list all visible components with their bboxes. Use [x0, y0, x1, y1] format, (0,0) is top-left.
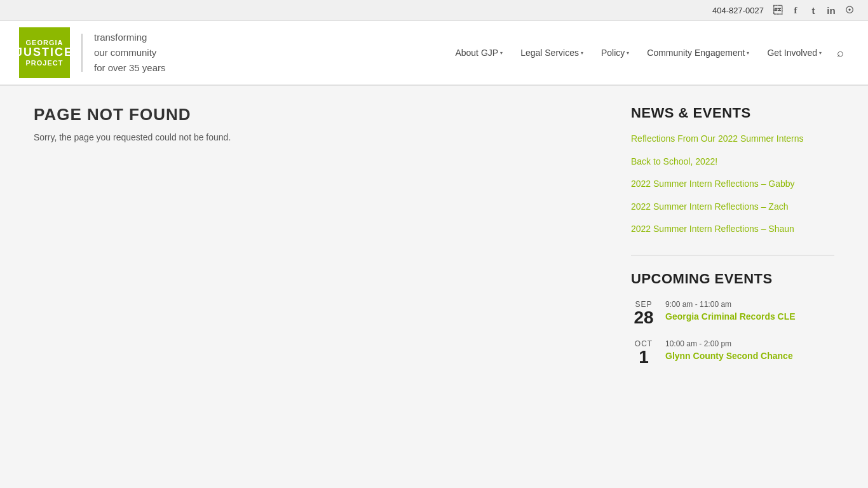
- list-item: Reflections From Our 2022 Summer Interns: [631, 133, 834, 146]
- event-time-1: 9:00 am - 11:00 am: [665, 300, 834, 309]
- sidebar: NEWS & EVENTS Reflections From Our 2022 …: [631, 105, 834, 379]
- sidebar-divider: [631, 255, 834, 255]
- event-name-1[interactable]: Georgia Criminal Records CLE: [665, 311, 796, 322]
- nav-dropdown-icon: ▾: [627, 50, 629, 56]
- social-icons:  f t in ☉: [771, 4, 855, 17]
- nav-policy[interactable]: Policy ▾: [593, 43, 637, 63]
- nav-about-gjp[interactable]: About GJP ▾: [447, 43, 510, 63]
- logo-line2: JUSTICE: [16, 46, 73, 59]
- tagline-line2: our community: [94, 47, 156, 58]
- news-link-4[interactable]: 2022 Summer Intern Reflections – Zach: [631, 201, 788, 212]
- news-link-5[interactable]: 2022 Summer Intern Reflections – Shaun: [631, 224, 794, 234]
- news-events-title: NEWS & EVENTS: [631, 105, 834, 121]
- event-item-2: OCT 1 10:00 am - 2:00 pm Glynn County Se…: [631, 339, 834, 366]
- news-links-list: Reflections From Our 2022 Summer Interns…: [631, 133, 834, 236]
- page-not-found-message: Sorry, the page you requested could not …: [34, 132, 606, 142]
- news-link-3[interactable]: 2022 Summer Intern Reflections – Gabby: [631, 179, 795, 189]
- event-day-2: 1: [639, 348, 649, 366]
- logo-divider: [81, 34, 83, 72]
- top-bar: 404-827-0027  f t in ☉: [0, 0, 868, 21]
- linkedin-icon[interactable]: in: [825, 4, 837, 17]
- logo-box: GEORGIA JUSTICE PROJECT: [19, 27, 70, 78]
- rss-icon[interactable]: ☉: [843, 4, 855, 17]
- main-nav: About GJP ▾ Legal Services ▾ Policy ▾ Co…: [447, 41, 849, 65]
- event-item-1: SEP 28 9:00 am - 11:00 am Georgia Crimin…: [631, 300, 834, 327]
- facebook-icon-text[interactable]: f: [789, 4, 802, 17]
- list-item: Back to School, 2022!: [631, 156, 834, 168]
- primary-content: PAGE NOT FOUND Sorry, the page you reque…: [34, 105, 606, 379]
- nav-dropdown-icon: ▾: [819, 50, 822, 56]
- news-link-2[interactable]: Back to School, 2022!: [631, 156, 717, 166]
- search-icon[interactable]: ⌕: [832, 41, 849, 65]
- list-item: 2022 Summer Intern Reflections – Zach: [631, 201, 834, 214]
- event-date-box-2: OCT 1: [631, 339, 656, 366]
- nav-get-involved[interactable]: Get Involved ▾: [759, 43, 829, 63]
- event-date-box-1: SEP 28: [631, 300, 656, 327]
- nav-dropdown-icon: ▾: [747, 50, 749, 56]
- nav-legal-services[interactable]: Legal Services ▾: [513, 43, 591, 63]
- list-item: 2022 Summer Intern Reflections – Gabby: [631, 178, 834, 191]
- tagline-line3: for over 35 years: [94, 62, 166, 73]
- upcoming-events-title: UPCOMING EVENTS: [631, 271, 834, 287]
- nav-dropdown-icon: ▾: [500, 50, 503, 56]
- page-not-found-title: PAGE NOT FOUND: [34, 105, 606, 125]
- list-item: 2022 Summer Intern Reflections – Shaun: [631, 223, 834, 236]
- event-info-1: 9:00 am - 11:00 am Georgia Criminal Reco…: [665, 300, 834, 322]
- nav-dropdown-icon: ▾: [581, 50, 583, 56]
- logo-tagline: transforming our community for over 35 y…: [94, 30, 166, 76]
- nav-community-engagement[interactable]: Community Engagement ▾: [639, 43, 757, 63]
- site-header: GEORGIA JUSTICE PROJECT transforming our…: [0, 21, 868, 86]
- news-link-1[interactable]: Reflections From Our 2022 Summer Interns: [631, 133, 804, 144]
- twitter-icon[interactable]: t: [807, 4, 820, 17]
- phone-number: 404-827-0027: [712, 6, 764, 15]
- tagline-line1: transforming: [94, 32, 147, 43]
- event-day-1: 28: [634, 309, 653, 327]
- event-info-2: 10:00 am - 2:00 pm Glynn County Second C…: [665, 339, 834, 362]
- event-name-2[interactable]: Glynn County Second Chance: [665, 351, 793, 361]
- logo-area: GEORGIA JUSTICE PROJECT transforming our…: [19, 27, 166, 78]
- facebook-icon[interactable]: : [771, 4, 784, 17]
- event-time-2: 10:00 am - 2:00 pm: [665, 339, 834, 348]
- main-content: PAGE NOT FOUND Sorry, the page you reque…: [15, 86, 853, 398]
- logo-line3: PROJECT: [26, 59, 64, 67]
